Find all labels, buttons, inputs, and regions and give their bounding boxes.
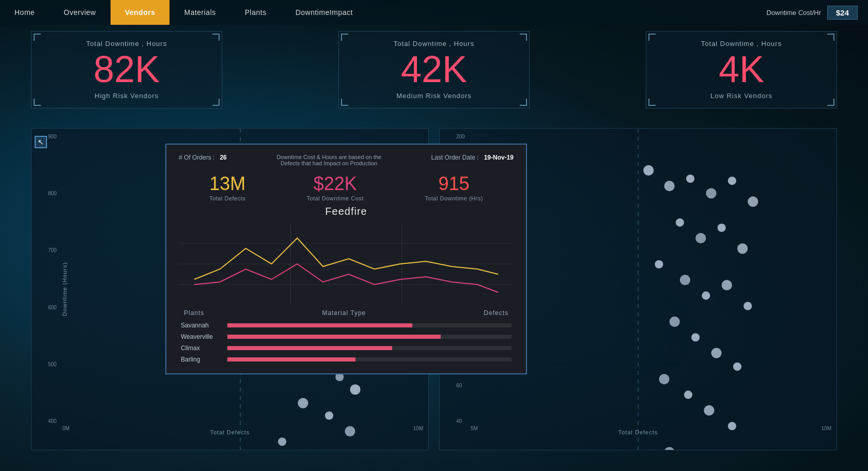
svg-point-47 (695, 233, 706, 243)
svg-point-51 (680, 275, 690, 285)
detail-orders: # Of Orders : 26 (179, 154, 227, 161)
svg-point-17 (345, 426, 355, 436)
detail-kpi-defects: 13M Total Defects (209, 174, 245, 201)
nav-overview[interactable]: Overview (49, 0, 110, 25)
detail-panel-header: # Of Orders : 26 Downtime Cost & Hours a… (179, 154, 514, 166)
detail-last-order-value: 19-Nov-19 (484, 154, 514, 161)
svg-point-50 (655, 260, 663, 269)
svg-point-45 (748, 196, 758, 207)
detail-kpi-cost: $22K Total Downtime Cost (307, 174, 364, 201)
svg-point-56 (691, 333, 700, 341)
kpi-title-2: Total Downtime , Hours (349, 40, 519, 48)
kpi-label-2: Medium Risk Vendors (349, 92, 519, 100)
nav-plants[interactable]: Plants (230, 0, 281, 25)
detail-kpis: 13M Total Defects $22K Total Downtime Co… (179, 174, 514, 201)
axis-label-plants: Plants (184, 309, 204, 317)
detail-last-order: Last Order Date : 19-Nov-19 (431, 154, 514, 161)
kpi-row: Total Downtime , Hours 82K High Risk Ven… (31, 31, 837, 108)
detail-kpi-defects-value: 13M (209, 174, 245, 194)
svg-point-14 (350, 384, 360, 395)
legend-barling-bar (227, 357, 512, 362)
kpi-value-2: 42K (349, 51, 519, 88)
svg-point-18 (278, 437, 286, 446)
svg-point-55 (670, 317, 680, 327)
detail-kpi-hours: 915 Total Downtime (Hrs) (425, 174, 483, 201)
detail-kpi-cost-label: Total Downtime Cost (307, 195, 364, 201)
kpi-value-1: 82K (42, 51, 211, 88)
legend-climax: Climax (181, 344, 512, 352)
cursor-indicator: ↖ (35, 136, 47, 148)
legend-barling: Barling (181, 356, 512, 363)
svg-point-15 (298, 398, 308, 408)
navbar: Home Overview Vendors Materials Plants D… (0, 0, 868, 25)
svg-point-48 (718, 224, 726, 232)
kpi-title-1: Total Downtime , Hours (42, 40, 211, 48)
kpi-value-3: 4K (657, 51, 826, 88)
line-chart-svg (179, 223, 514, 305)
svg-point-60 (684, 390, 692, 399)
detail-orders-value: 26 (220, 154, 226, 161)
legend-weaverville-label: Weaverville (181, 333, 222, 340)
svg-point-59 (659, 374, 669, 384)
svg-point-58 (733, 363, 741, 371)
detail-kpi-hours-value: 915 (425, 174, 483, 194)
axis-label-defects: Defects (484, 309, 508, 317)
axis-label-material-type: Material Type (322, 309, 366, 317)
svg-point-52 (702, 291, 710, 300)
detail-orders-label: # Of Orders : (179, 154, 214, 161)
svg-point-41 (664, 181, 675, 191)
svg-point-16 (325, 412, 333, 420)
detail-legend: Savannah Weaverville Climax Barling (179, 322, 514, 363)
detail-kpi-hours-label: Total Downtime (Hrs) (425, 195, 483, 201)
svg-point-49 (737, 243, 748, 254)
svg-point-54 (743, 302, 752, 310)
detail-line-chart (179, 223, 514, 305)
legend-savannah-label: Savannah (181, 322, 222, 329)
svg-point-53 (722, 280, 732, 290)
svg-point-63 (664, 447, 675, 450)
detail-vendor-name: Feedfire (179, 206, 514, 217)
nav-vendors[interactable]: Vendors (111, 0, 170, 25)
downtime-cost-label: Downtime Cost/Hr (767, 9, 821, 17)
kpi-card-high-risk: Total Downtime , Hours 82K High Risk Ven… (31, 31, 222, 108)
legend-savannah-bar (227, 323, 512, 327)
legend-climax-label: Climax (181, 344, 222, 352)
legend-weaverville-fill (227, 335, 441, 339)
svg-point-42 (686, 175, 694, 183)
legend-climax-fill (227, 346, 392, 350)
legend-barling-fill (227, 357, 355, 362)
legend-barling-label: Barling (181, 356, 222, 363)
nav-home[interactable]: Home (0, 0, 49, 25)
svg-point-62 (728, 422, 736, 430)
svg-point-57 (711, 348, 721, 358)
downtime-cost-section: Downtime Cost/Hr $24 (767, 6, 869, 20)
downtime-cost-value: $24 (827, 6, 858, 20)
svg-point-40 (643, 165, 654, 176)
legend-savannah-fill (227, 323, 412, 327)
kpi-label-3: Low Risk Vendors (657, 92, 826, 100)
detail-kpi-defects-label: Total Defects (209, 195, 245, 201)
svg-point-43 (706, 188, 716, 198)
legend-savannah: Savannah (181, 322, 512, 329)
legend-weaverville-bar (227, 335, 512, 339)
legend-climax-bar (227, 346, 512, 350)
kpi-card-low-risk: Total Downtime , Hours 4K Low Risk Vendo… (646, 31, 837, 108)
detail-note: Downtime Cost & Hours are based on the D… (272, 154, 386, 166)
detail-panel: # Of Orders : 26 Downtime Cost & Hours a… (165, 144, 527, 374)
detail-kpi-cost-value: $22K (307, 174, 364, 194)
detail-axis-labels: Plants Material Type Defects (179, 309, 514, 317)
svg-point-61 (704, 405, 714, 416)
kpi-label-1: High Risk Vendors (42, 92, 211, 100)
detail-last-order-label: Last Order Date : (431, 154, 479, 161)
nav-materials[interactable]: Materials (169, 0, 230, 25)
kpi-title-3: Total Downtime , Hours (657, 40, 826, 48)
nav-downtime-impact[interactable]: DowntimeImpact (281, 0, 367, 25)
svg-point-44 (728, 177, 736, 185)
kpi-card-medium-risk: Total Downtime , Hours 42K Medium Risk V… (338, 31, 530, 108)
legend-weaverville: Weaverville (181, 333, 512, 340)
svg-point-46 (676, 218, 684, 227)
